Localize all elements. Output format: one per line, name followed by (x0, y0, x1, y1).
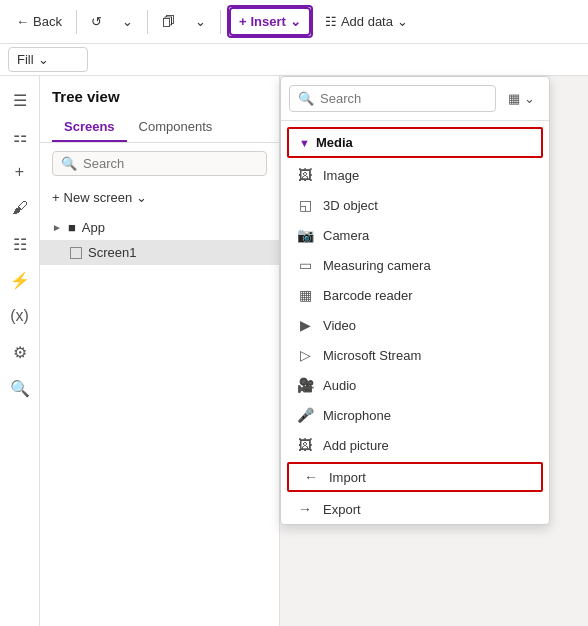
left-sidebar-icons: ☰ ⚏ + 🖌 ☷ ⚡ (x) ⚙ 🔍 (0, 76, 40, 626)
back-button[interactable]: ← Back (8, 9, 70, 34)
new-screen-button[interactable]: + New screen ⌄ (40, 184, 279, 211)
microphone-icon: 🎤 (297, 407, 313, 423)
copy-chevron-button[interactable]: ⌄ (187, 9, 214, 34)
menu-item-microsoft-stream[interactable]: ▷ Microsoft Stream (281, 340, 549, 370)
screen-icon (70, 247, 82, 259)
audio-icon: 🎥 (297, 377, 313, 393)
tree-view-title: Tree view (40, 76, 279, 113)
barcode-icon: ▦ (297, 287, 313, 303)
variables-icon: (x) (10, 307, 29, 325)
hamburger-button[interactable]: ☰ (4, 84, 36, 116)
back-arrow-icon: ← (16, 14, 29, 29)
chevron-down-button[interactable]: ⌄ (114, 9, 141, 34)
stream-label: Microsoft Stream (323, 348, 421, 363)
flash-button[interactable]: ⚡ (4, 264, 36, 296)
filter-button[interactable]: ▦ ⌄ (502, 87, 541, 110)
add-picture-label: Add picture (323, 438, 389, 453)
measuring-camera-icon: ▭ (297, 257, 313, 273)
insert-button[interactable]: + Insert ⌄ (229, 7, 311, 36)
import-label: Import (329, 470, 366, 485)
variables-button[interactable]: (x) (4, 300, 36, 332)
video-label: Video (323, 318, 356, 333)
menu-item-import[interactable]: ← Import (287, 462, 543, 492)
menu-item-export[interactable]: → Export (281, 494, 549, 524)
layers-icon: ⚏ (13, 127, 27, 146)
app-label: App (82, 220, 105, 235)
image-label: Image (323, 168, 359, 183)
divider-2 (147, 10, 148, 34)
copy-icon: 🗍 (162, 14, 175, 29)
tab-components[interactable]: Components (127, 113, 225, 142)
menu-item-microphone[interactable]: 🎤 Microphone (281, 400, 549, 430)
tree-search-input[interactable] (83, 156, 258, 171)
insert-search-input[interactable] (320, 91, 487, 106)
add-data-label: Add data (341, 14, 393, 29)
tree-search-box[interactable]: 🔍 (52, 151, 267, 176)
tree-items-list: ► ■ App Screen1 (40, 211, 279, 269)
tab-screens[interactable]: Screens (52, 113, 127, 142)
back-label: Back (33, 14, 62, 29)
hamburger-icon: ☰ (13, 91, 27, 110)
menu-item-measuring-camera[interactable]: ▭ Measuring camera (281, 250, 549, 280)
menu-item-image[interactable]: 🖼 Image (281, 160, 549, 190)
fill-label: Fill (17, 52, 34, 67)
tree-item-app[interactable]: ► ■ App (40, 215, 279, 240)
add-icon: + (15, 163, 24, 181)
layers-button[interactable]: ⚏ (4, 120, 36, 152)
paint-button[interactable]: 🖌 (4, 192, 36, 224)
add-data-button[interactable]: ☷ Add data ⌄ (317, 9, 416, 34)
3d-object-label: 3D object (323, 198, 378, 213)
search-icon-tree: 🔍 (61, 156, 77, 171)
new-screen-chevron-icon: ⌄ (136, 190, 147, 205)
search-button[interactable]: 🔍 (4, 372, 36, 404)
video-icon: ▶ (297, 317, 313, 333)
settings-button[interactable]: ⚙ (4, 336, 36, 368)
menu-item-3d-object[interactable]: ◱ 3D object (281, 190, 549, 220)
screen1-label: Screen1 (88, 245, 136, 260)
undo-icon: ↺ (91, 14, 102, 29)
data-button[interactable]: ☷ (4, 228, 36, 260)
media-section-label: Media (316, 135, 353, 150)
data-icon: ☷ (13, 235, 27, 254)
media-section-header: ▼ Media (287, 127, 543, 158)
main-layout: ☰ ⚏ + 🖌 ☷ ⚡ (x) ⚙ 🔍 Tree view Screens (0, 76, 588, 626)
add-picture-icon: 🖼 (297, 437, 313, 453)
fill-bar: Fill ⌄ (0, 44, 588, 76)
fill-dropdown[interactable]: Fill ⌄ (8, 47, 88, 72)
import-icon: ← (303, 469, 319, 485)
copy-button[interactable]: 🗍 (154, 9, 183, 34)
tree-item-screen1[interactable]: Screen1 (40, 240, 279, 265)
plus-icon: + (239, 14, 247, 29)
menu-item-barcode-reader[interactable]: ▦ Barcode reader (281, 280, 549, 310)
divider-1 (76, 10, 77, 34)
microphone-label: Microphone (323, 408, 391, 423)
tree-view-panel: Tree view Screens Components 🔍 + New scr… (40, 76, 280, 626)
undo-button[interactable]: ↺ (83, 9, 110, 34)
menu-item-camera[interactable]: 📷 Camera (281, 220, 549, 250)
app-icon: ■ (68, 220, 76, 235)
paint-icon: 🖌 (12, 199, 28, 217)
filter-chevron-icon: ⌄ (524, 91, 535, 106)
plus-icon-new-screen: + (52, 190, 60, 205)
insert-dropdown-menu: 🔍 ▦ ⌄ ▼ Media 🖼 Image ◱ 3D object 📷 Came… (280, 76, 550, 525)
add-data-icon: ☷ (325, 14, 337, 29)
menu-item-audio[interactable]: 🎥 Audio (281, 370, 549, 400)
insert-chevron-icon: ⌄ (290, 14, 301, 29)
menu-item-add-picture[interactable]: 🖼 Add picture (281, 430, 549, 460)
search-icon: 🔍 (10, 379, 30, 398)
stream-icon: ▷ (297, 347, 313, 363)
media-chevron-icon: ▼ (299, 137, 310, 149)
menu-item-video[interactable]: ▶ Video (281, 310, 549, 340)
flash-icon: ⚡ (10, 271, 30, 290)
insert-search-container: 🔍 (289, 85, 496, 112)
add-data-chevron-icon: ⌄ (397, 14, 408, 29)
toolbar: ← Back ↺ ⌄ 🗍 ⌄ + Insert ⌄ ☷ Add data ⌄ (0, 0, 588, 44)
image-icon: 🖼 (297, 167, 313, 183)
chevron-down-icon: ⌄ (122, 14, 133, 29)
3d-object-icon: ◱ (297, 197, 313, 213)
tree-view-tabs: Screens Components (40, 113, 279, 143)
settings-icon: ⚙ (13, 343, 27, 362)
barcode-label: Barcode reader (323, 288, 413, 303)
export-label: Export (323, 502, 361, 517)
add-button[interactable]: + (4, 156, 36, 188)
